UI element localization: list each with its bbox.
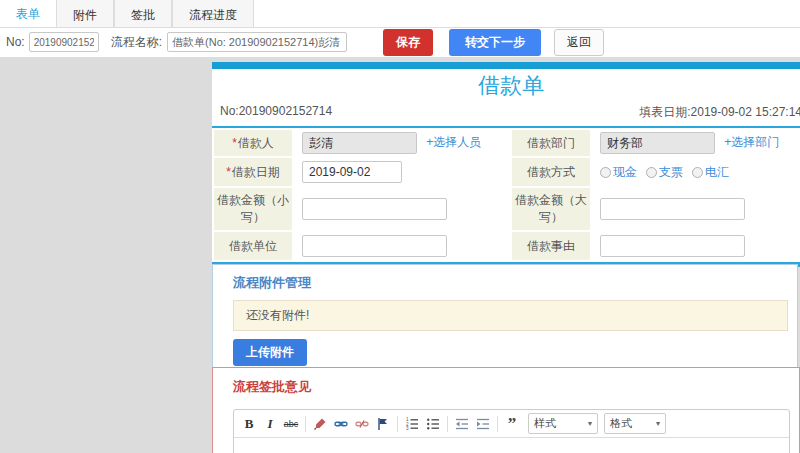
italic-icon[interactable]: I	[260, 414, 280, 434]
no-attachments-alert: 还没有附件!	[233, 300, 788, 331]
copy-formatting-icon[interactable]	[310, 414, 330, 434]
format-dropdown[interactable]: 格式 ▾	[604, 413, 666, 434]
loan-date-field-cell	[294, 158, 510, 186]
tab-attachments[interactable]: 附件	[56, 0, 114, 27]
process-name-label: 流程名称:	[111, 34, 162, 51]
next-step-button[interactable]: 转交下一步	[449, 29, 541, 56]
amount-upper-label-cell: 借款金额（大写）	[512, 188, 590, 230]
amount-lower-field-cell	[294, 188, 510, 230]
back-button[interactable]: 返回	[554, 29, 604, 56]
loan-method-label: 借款方式	[527, 165, 575, 179]
svg-text:3: 3	[406, 425, 409, 430]
format-dropdown-label: 格式	[610, 416, 632, 431]
amount-lowercase-input[interactable]	[302, 198, 447, 220]
table-row: 借款金额（小写） 借款金额（大写）	[214, 188, 800, 230]
borrower-label: 借款人	[238, 136, 274, 150]
form-title: 借款单	[212, 74, 800, 98]
save-button[interactable]: 保存	[383, 29, 433, 56]
bold-icon[interactable]: B	[239, 414, 259, 434]
strikethrough-icon[interactable]: abc	[281, 414, 301, 434]
loan-unit-field-cell	[294, 232, 510, 260]
process-name-input[interactable]	[167, 32, 347, 52]
tab-process-progress[interactable]: 流程进度	[172, 0, 254, 27]
link-icon[interactable]	[331, 414, 351, 434]
department-label-cell: 借款部门	[512, 130, 590, 156]
amount-lower-label-cell: 借款金额（小写）	[214, 188, 292, 230]
approval-heading: 流程签批意见	[233, 378, 790, 396]
table-row: *借款日期 借款方式 现金 支票	[214, 158, 800, 186]
select-department-link[interactable]: +选择部门	[724, 135, 779, 149]
toolbar-separator	[447, 416, 448, 432]
form-date-text: 填表日期:2019-09-02 15:27:14	[639, 104, 800, 121]
radio-cash[interactable]: 现金	[600, 164, 637, 181]
bullet-list-icon[interactable]	[423, 414, 443, 434]
unlink-icon[interactable]	[352, 414, 372, 434]
chevron-down-icon: ▾	[588, 419, 592, 428]
anchor-flag-icon[interactable]	[373, 414, 393, 434]
loan-reason-input[interactable]	[600, 235, 745, 257]
chevron-down-icon: ▾	[656, 419, 660, 428]
radio-icon	[692, 167, 703, 178]
loan-unit-input[interactable]	[302, 235, 447, 257]
radio-wire[interactable]: 电汇	[692, 164, 729, 181]
attachments-heading: 流程附件管理	[233, 274, 788, 292]
radio-icon	[600, 167, 611, 178]
upload-attachment-button[interactable]: 上传附件	[233, 339, 307, 366]
loan-date-input[interactable]	[302, 161, 402, 183]
loan-form-panel: 借款单 No:20190902152714 填表日期:2019-09-02 15…	[212, 62, 800, 267]
workspace: 借款单 No:20190902152714 填表日期:2019-09-02 15…	[0, 57, 800, 453]
borrower-label-cell: *借款人	[214, 130, 292, 156]
department-input[interactable]	[600, 132, 715, 154]
loan-reason-label-cell: 借款事由	[512, 232, 590, 260]
toolbar-separator	[497, 416, 498, 432]
radio-cash-label: 现金	[613, 164, 637, 181]
no-input[interactable]	[29, 32, 99, 52]
styles-dropdown[interactable]: 样式 ▾	[528, 413, 598, 434]
blockquote-icon[interactable]: ”	[502, 414, 522, 434]
radio-wire-label: 电汇	[705, 164, 729, 181]
no-label: No:	[6, 35, 25, 49]
form-meta-row: No:20190902152714 填表日期:2019-09-02 15:27:…	[212, 98, 800, 128]
radio-check-label: 支票	[659, 164, 683, 181]
tab-bar: 表单 附件 签批 流程进度	[0, 0, 800, 28]
toolbar-separator	[397, 416, 398, 432]
tab-approval[interactable]: 签批	[114, 0, 172, 27]
attachments-panel: 流程附件管理 还没有附件! 上传附件	[212, 264, 798, 378]
outdent-icon[interactable]	[452, 414, 472, 434]
loan-reason-field-cell	[592, 232, 800, 260]
panel-top-bar	[212, 62, 800, 69]
radio-icon	[646, 167, 657, 178]
table-row: 借款单位 借款事由	[214, 232, 800, 260]
borrower-input[interactable]	[302, 132, 417, 154]
action-bar: No: 流程名称: 保存 转交下一步 返回	[0, 28, 800, 56]
amount-lower-label: 借款金额（小写）	[217, 193, 289, 224]
department-field-cell: +选择部门	[592, 130, 800, 156]
loan-form-table: *借款人 +选择人员 借款部门 +选择部门 *借款日期	[212, 128, 800, 262]
amount-uppercase-input[interactable]	[600, 198, 745, 220]
styles-dropdown-label: 样式	[534, 416, 556, 431]
loan-method-radio-group: 现金 支票 电汇	[600, 164, 736, 181]
required-marker: *	[226, 165, 231, 179]
loan-reason-label: 借款事由	[527, 239, 575, 253]
numbered-list-icon[interactable]: 123	[402, 414, 422, 434]
loan-date-label-cell: *借款日期	[214, 158, 292, 186]
rich-text-editor: B I abc 123	[233, 409, 790, 453]
radio-check[interactable]: 支票	[646, 164, 683, 181]
table-row: *借款人 +选择人员 借款部门 +选择部门	[214, 130, 800, 156]
form-no-text: No:20190902152714	[220, 104, 332, 121]
borrower-field-cell: +选择人员	[294, 130, 510, 156]
loan-method-label-cell: 借款方式	[512, 158, 590, 186]
required-marker: *	[232, 136, 237, 150]
loan-unit-label: 借款单位	[229, 239, 277, 253]
tab-form[interactable]: 表单	[0, 0, 56, 27]
loan-date-label: 借款日期	[232, 165, 280, 179]
editor-content-area[interactable]	[234, 438, 789, 453]
department-label: 借款部门	[527, 136, 575, 150]
select-person-link[interactable]: +选择人员	[426, 135, 481, 149]
editor-toolbar: B I abc 123	[234, 410, 789, 438]
indent-icon[interactable]	[473, 414, 493, 434]
amount-upper-label: 借款金额（大写）	[515, 193, 587, 224]
loan-method-field-cell: 现金 支票 电汇	[592, 158, 800, 186]
approval-panel: 流程签批意见 B I abc	[212, 367, 800, 453]
amount-upper-field-cell	[592, 188, 800, 230]
